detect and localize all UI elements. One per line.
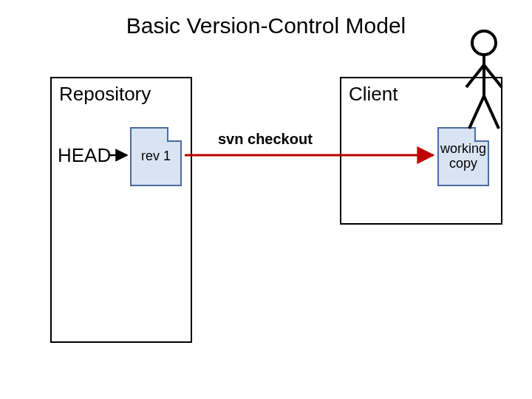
diagram-stage: Basic Version-Control Model Repository H… [0,0,532,399]
svn-checkout-label: svn checkout [218,131,313,148]
rev1-file-icon: rev 1 [130,127,182,186]
svg-line-2 [466,65,484,87]
working-copy-file-icon: working copy [437,127,489,186]
head-pointer-label: HEAD [58,144,111,167]
working-copy-label: working copy [439,142,488,171]
svg-line-4 [469,96,484,129]
user-icon [462,30,506,133]
page-fold-icon [167,127,182,142]
rev1-label: rev 1 [141,149,171,164]
svg-line-3 [484,65,502,87]
repository-label: Repository [52,78,191,110]
svg-line-5 [484,96,499,129]
svg-point-0 [472,31,496,55]
repository-box: Repository [50,77,192,343]
diagram-title: Basic Version-Control Model [0,13,532,38]
